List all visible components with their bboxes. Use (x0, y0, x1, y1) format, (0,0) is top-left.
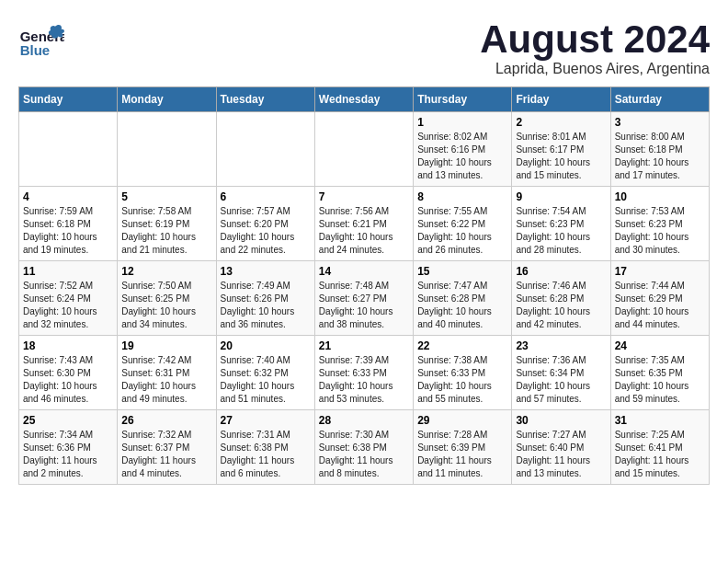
day-info: Sunrise: 7:55 AM Sunset: 6:22 PM Dayligh… (417, 205, 507, 257)
page-header: General Blue August 2024 Laprida, Buenos… (18, 18, 710, 77)
day-info: Sunrise: 7:28 AM Sunset: 6:39 PM Dayligh… (417, 429, 507, 480)
calendar-week-row: 4Sunrise: 7:59 AM Sunset: 6:18 PM Daylig… (19, 187, 710, 261)
logo: General Blue (18, 18, 66, 64)
calendar-cell: 3Sunrise: 8:00 AM Sunset: 6:18 PM Daylig… (610, 112, 709, 187)
day-info: Sunrise: 7:54 AM Sunset: 6:23 PM Dayligh… (516, 205, 606, 257)
day-number: 2 (516, 116, 606, 129)
day-number: 23 (516, 339, 606, 352)
calendar-cell (314, 112, 413, 187)
day-number: 10 (615, 190, 705, 203)
day-number: 18 (23, 339, 113, 352)
day-number: 21 (319, 339, 409, 352)
day-number: 1 (417, 116, 507, 129)
day-info: Sunrise: 7:53 AM Sunset: 6:23 PM Dayligh… (615, 205, 705, 257)
day-number: 17 (615, 265, 705, 278)
day-number: 8 (417, 190, 507, 203)
calendar-cell: 25Sunrise: 7:34 AM Sunset: 6:36 PM Dayli… (19, 410, 118, 485)
calendar-cell: 1Sunrise: 8:02 AM Sunset: 6:16 PM Daylig… (414, 112, 512, 187)
calendar-week-row: 11Sunrise: 7:52 AM Sunset: 6:24 PM Dayli… (19, 261, 710, 336)
day-number: 24 (615, 339, 705, 352)
calendar-cell: 30Sunrise: 7:27 AM Sunset: 6:40 PM Dayli… (512, 410, 610, 485)
day-info: Sunrise: 7:36 AM Sunset: 6:34 PM Dayligh… (516, 354, 606, 406)
day-info: Sunrise: 7:52 AM Sunset: 6:24 PM Dayligh… (23, 280, 113, 331)
day-info: Sunrise: 7:25 AM Sunset: 6:41 PM Dayligh… (615, 429, 705, 480)
day-info: Sunrise: 7:40 AM Sunset: 6:32 PM Dayligh… (221, 354, 311, 406)
calendar-cell: 31Sunrise: 7:25 AM Sunset: 6:41 PM Dayli… (610, 410, 709, 485)
day-number: 30 (516, 414, 606, 427)
day-info: Sunrise: 7:49 AM Sunset: 6:26 PM Dayligh… (221, 280, 311, 331)
day-info: Sunrise: 7:50 AM Sunset: 6:25 PM Dayligh… (121, 280, 211, 331)
day-number: 5 (121, 190, 211, 203)
calendar-cell: 22Sunrise: 7:38 AM Sunset: 6:33 PM Dayli… (414, 336, 512, 410)
day-info: Sunrise: 7:42 AM Sunset: 6:31 PM Dayligh… (121, 354, 211, 406)
day-info: Sunrise: 7:46 AM Sunset: 6:28 PM Dayligh… (516, 280, 606, 331)
title-block: August 2024 Laprida, Buenos Aires, Argen… (480, 18, 710, 77)
calendar-cell: 26Sunrise: 7:32 AM Sunset: 6:37 PM Dayli… (118, 410, 216, 485)
day-info: Sunrise: 7:47 AM Sunset: 6:28 PM Dayligh… (417, 280, 507, 331)
calendar-cell: 21Sunrise: 7:39 AM Sunset: 6:33 PM Dayli… (314, 336, 413, 410)
calendar-cell: 23Sunrise: 7:36 AM Sunset: 6:34 PM Dayli… (512, 336, 610, 410)
calendar-cell: 8Sunrise: 7:55 AM Sunset: 6:22 PM Daylig… (414, 187, 512, 261)
day-number: 4 (23, 190, 113, 203)
day-info: Sunrise: 8:01 AM Sunset: 6:17 PM Dayligh… (516, 131, 606, 182)
day-info: Sunrise: 7:35 AM Sunset: 6:35 PM Dayligh… (615, 354, 705, 406)
calendar-cell: 9Sunrise: 7:54 AM Sunset: 6:23 PM Daylig… (512, 187, 610, 261)
day-number: 27 (221, 414, 311, 427)
day-info: Sunrise: 7:39 AM Sunset: 6:33 PM Dayligh… (319, 354, 409, 406)
calendar-week-row: 18Sunrise: 7:43 AM Sunset: 6:30 PM Dayli… (19, 336, 710, 410)
day-info: Sunrise: 7:56 AM Sunset: 6:21 PM Dayligh… (319, 205, 409, 257)
day-number: 29 (417, 414, 507, 427)
calendar-cell: 18Sunrise: 7:43 AM Sunset: 6:30 PM Dayli… (19, 336, 118, 410)
calendar-cell: 14Sunrise: 7:48 AM Sunset: 6:27 PM Dayli… (314, 261, 413, 336)
weekday-header-tuesday: Tuesday (216, 87, 314, 112)
logo-icon: General Blue (18, 18, 64, 64)
calendar-cell: 24Sunrise: 7:35 AM Sunset: 6:35 PM Dayli… (610, 336, 709, 410)
day-number: 3 (615, 116, 705, 129)
day-info: Sunrise: 8:00 AM Sunset: 6:18 PM Dayligh… (615, 131, 705, 182)
calendar-week-row: 25Sunrise: 7:34 AM Sunset: 6:36 PM Dayli… (19, 410, 710, 485)
day-info: Sunrise: 7:27 AM Sunset: 6:40 PM Dayligh… (516, 429, 606, 480)
day-number: 19 (121, 339, 211, 352)
day-info: Sunrise: 7:59 AM Sunset: 6:18 PM Dayligh… (23, 205, 113, 257)
day-number: 11 (23, 265, 113, 278)
day-info: Sunrise: 7:38 AM Sunset: 6:33 PM Dayligh… (417, 354, 507, 406)
page-title: August 2024 (480, 18, 710, 61)
calendar-week-row: 1Sunrise: 8:02 AM Sunset: 6:16 PM Daylig… (19, 112, 710, 187)
day-number: 9 (516, 190, 606, 203)
calendar-cell: 7Sunrise: 7:56 AM Sunset: 6:21 PM Daylig… (314, 187, 413, 261)
weekday-header-saturday: Saturday (610, 87, 709, 112)
calendar-cell (216, 112, 314, 187)
day-info: Sunrise: 7:32 AM Sunset: 6:37 PM Dayligh… (121, 429, 211, 480)
calendar-cell: 13Sunrise: 7:49 AM Sunset: 6:26 PM Dayli… (216, 261, 314, 336)
day-number: 20 (221, 339, 311, 352)
calendar-cell: 4Sunrise: 7:59 AM Sunset: 6:18 PM Daylig… (19, 187, 118, 261)
calendar-cell: 19Sunrise: 7:42 AM Sunset: 6:31 PM Dayli… (118, 336, 216, 410)
day-number: 14 (319, 265, 409, 278)
calendar-cell: 29Sunrise: 7:28 AM Sunset: 6:39 PM Dayli… (414, 410, 512, 485)
calendar-cell: 12Sunrise: 7:50 AM Sunset: 6:25 PM Dayli… (118, 261, 216, 336)
calendar-cell: 5Sunrise: 7:58 AM Sunset: 6:19 PM Daylig… (118, 187, 216, 261)
day-info: Sunrise: 7:58 AM Sunset: 6:19 PM Dayligh… (121, 205, 211, 257)
calendar-cell: 17Sunrise: 7:44 AM Sunset: 6:29 PM Dayli… (610, 261, 709, 336)
calendar-cell: 6Sunrise: 7:57 AM Sunset: 6:20 PM Daylig… (216, 187, 314, 261)
calendar-cell: 20Sunrise: 7:40 AM Sunset: 6:32 PM Dayli… (216, 336, 314, 410)
calendar-cell: 2Sunrise: 8:01 AM Sunset: 6:17 PM Daylig… (512, 112, 610, 187)
day-number: 28 (319, 414, 409, 427)
calendar-cell: 10Sunrise: 7:53 AM Sunset: 6:23 PM Dayli… (610, 187, 709, 261)
day-info: Sunrise: 7:44 AM Sunset: 6:29 PM Dayligh… (615, 280, 705, 331)
calendar-cell: 15Sunrise: 7:47 AM Sunset: 6:28 PM Dayli… (414, 261, 512, 336)
day-info: Sunrise: 7:48 AM Sunset: 6:27 PM Dayligh… (319, 280, 409, 331)
calendar-cell: 16Sunrise: 7:46 AM Sunset: 6:28 PM Dayli… (512, 261, 610, 336)
calendar-table: SundayMondayTuesdayWednesdayThursdayFrid… (18, 86, 710, 485)
weekday-header-sunday: Sunday (19, 87, 118, 112)
day-number: 26 (121, 414, 211, 427)
calendar-cell: 28Sunrise: 7:30 AM Sunset: 6:38 PM Dayli… (314, 410, 413, 485)
day-number: 22 (417, 339, 507, 352)
page-subtitle: Laprida, Buenos Aires, Argentina (480, 61, 710, 77)
svg-text:Blue: Blue (20, 42, 51, 58)
calendar-cell (118, 112, 216, 187)
day-info: Sunrise: 7:43 AM Sunset: 6:30 PM Dayligh… (23, 354, 113, 406)
day-number: 7 (319, 190, 409, 203)
day-number: 6 (221, 190, 311, 203)
weekday-header-monday: Monday (118, 87, 216, 112)
